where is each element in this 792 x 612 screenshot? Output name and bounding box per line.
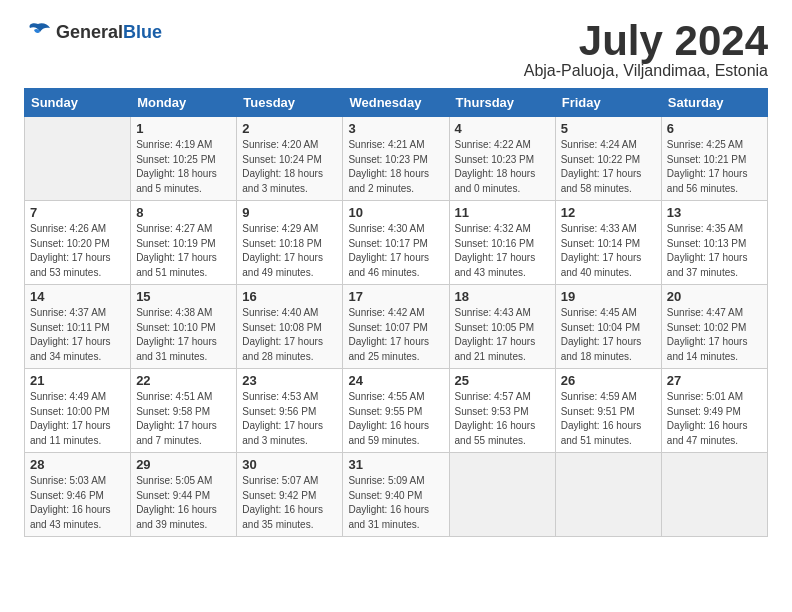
month-title: July 2024: [524, 20, 768, 62]
calendar-cell: 8Sunrise: 4:27 AM Sunset: 10:19 PM Dayli…: [131, 201, 237, 285]
calendar-cell: 23Sunrise: 4:53 AM Sunset: 9:56 PM Dayli…: [237, 369, 343, 453]
calendar-cell: 17Sunrise: 4:42 AM Sunset: 10:07 PM Dayl…: [343, 285, 449, 369]
day-number: 28: [30, 457, 125, 472]
location-subtitle: Abja-Paluoja, Viljandimaa, Estonia: [524, 62, 768, 80]
week-row-3: 14Sunrise: 4:37 AM Sunset: 10:11 PM Dayl…: [25, 285, 768, 369]
calendar-cell: 1Sunrise: 4:19 AM Sunset: 10:25 PM Dayli…: [131, 117, 237, 201]
day-info: Sunrise: 4:24 AM Sunset: 10:22 PM Daylig…: [561, 138, 656, 196]
day-info: Sunrise: 4:38 AM Sunset: 10:10 PM Daylig…: [136, 306, 231, 364]
day-number: 5: [561, 121, 656, 136]
day-info: Sunrise: 4:19 AM Sunset: 10:25 PM Daylig…: [136, 138, 231, 196]
column-header-saturday: Saturday: [661, 89, 767, 117]
day-info: Sunrise: 4:47 AM Sunset: 10:02 PM Daylig…: [667, 306, 762, 364]
day-info: Sunrise: 4:49 AM Sunset: 10:00 PM Daylig…: [30, 390, 125, 448]
header-top: GeneralBlue July 2024 Abja-Paluoja, Vilj…: [24, 20, 768, 80]
day-info: Sunrise: 4:29 AM Sunset: 10:18 PM Daylig…: [242, 222, 337, 280]
day-number: 14: [30, 289, 125, 304]
day-info: Sunrise: 4:53 AM Sunset: 9:56 PM Dayligh…: [242, 390, 337, 448]
day-number: 10: [348, 205, 443, 220]
day-info: Sunrise: 4:32 AM Sunset: 10:16 PM Daylig…: [455, 222, 550, 280]
calendar-cell: [25, 117, 131, 201]
day-info: Sunrise: 4:51 AM Sunset: 9:58 PM Dayligh…: [136, 390, 231, 448]
day-number: 27: [667, 373, 762, 388]
day-info: Sunrise: 5:05 AM Sunset: 9:44 PM Dayligh…: [136, 474, 231, 532]
day-info: Sunrise: 5:09 AM Sunset: 9:40 PM Dayligh…: [348, 474, 443, 532]
calendar-cell: 18Sunrise: 4:43 AM Sunset: 10:05 PM Dayl…: [449, 285, 555, 369]
day-number: 19: [561, 289, 656, 304]
day-number: 13: [667, 205, 762, 220]
week-row-4: 21Sunrise: 4:49 AM Sunset: 10:00 PM Dayl…: [25, 369, 768, 453]
calendar-cell: 16Sunrise: 4:40 AM Sunset: 10:08 PM Dayl…: [237, 285, 343, 369]
day-info: Sunrise: 5:01 AM Sunset: 9:49 PM Dayligh…: [667, 390, 762, 448]
calendar-cell: 21Sunrise: 4:49 AM Sunset: 10:00 PM Dayl…: [25, 369, 131, 453]
calendar-cell: 22Sunrise: 4:51 AM Sunset: 9:58 PM Dayli…: [131, 369, 237, 453]
calendar-table: SundayMondayTuesdayWednesdayThursdayFrid…: [24, 88, 768, 537]
day-number: 11: [455, 205, 550, 220]
calendar-cell: 27Sunrise: 5:01 AM Sunset: 9:49 PM Dayli…: [661, 369, 767, 453]
calendar-cell: 19Sunrise: 4:45 AM Sunset: 10:04 PM Dayl…: [555, 285, 661, 369]
day-number: 17: [348, 289, 443, 304]
calendar-cell: 10Sunrise: 4:30 AM Sunset: 10:17 PM Dayl…: [343, 201, 449, 285]
day-number: 24: [348, 373, 443, 388]
calendar-cell: [661, 453, 767, 537]
day-number: 22: [136, 373, 231, 388]
day-info: Sunrise: 4:40 AM Sunset: 10:08 PM Daylig…: [242, 306, 337, 364]
day-info: Sunrise: 4:42 AM Sunset: 10:07 PM Daylig…: [348, 306, 443, 364]
calendar-cell: 2Sunrise: 4:20 AM Sunset: 10:24 PM Dayli…: [237, 117, 343, 201]
day-info: Sunrise: 4:59 AM Sunset: 9:51 PM Dayligh…: [561, 390, 656, 448]
day-number: 30: [242, 457, 337, 472]
day-number: 26: [561, 373, 656, 388]
logo-text: GeneralBlue: [56, 24, 162, 41]
day-number: 18: [455, 289, 550, 304]
day-number: 1: [136, 121, 231, 136]
day-info: Sunrise: 5:07 AM Sunset: 9:42 PM Dayligh…: [242, 474, 337, 532]
calendar-cell: 3Sunrise: 4:21 AM Sunset: 10:23 PM Dayli…: [343, 117, 449, 201]
day-number: 12: [561, 205, 656, 220]
day-number: 2: [242, 121, 337, 136]
calendar-cell: 14Sunrise: 4:37 AM Sunset: 10:11 PM Dayl…: [25, 285, 131, 369]
day-number: 15: [136, 289, 231, 304]
calendar-cell: 12Sunrise: 4:33 AM Sunset: 10:14 PM Dayl…: [555, 201, 661, 285]
calendar-cell: 26Sunrise: 4:59 AM Sunset: 9:51 PM Dayli…: [555, 369, 661, 453]
day-number: 23: [242, 373, 337, 388]
day-info: Sunrise: 4:26 AM Sunset: 10:20 PM Daylig…: [30, 222, 125, 280]
calendar-cell: 31Sunrise: 5:09 AM Sunset: 9:40 PM Dayli…: [343, 453, 449, 537]
day-number: 20: [667, 289, 762, 304]
day-number: 8: [136, 205, 231, 220]
day-info: Sunrise: 4:20 AM Sunset: 10:24 PM Daylig…: [242, 138, 337, 196]
calendar-cell: 11Sunrise: 4:32 AM Sunset: 10:16 PM Dayl…: [449, 201, 555, 285]
calendar-cell: 25Sunrise: 4:57 AM Sunset: 9:53 PM Dayli…: [449, 369, 555, 453]
logo: GeneralBlue: [24, 20, 162, 44]
week-row-5: 28Sunrise: 5:03 AM Sunset: 9:46 PM Dayli…: [25, 453, 768, 537]
calendar-cell: [555, 453, 661, 537]
day-info: Sunrise: 4:55 AM Sunset: 9:55 PM Dayligh…: [348, 390, 443, 448]
column-header-friday: Friday: [555, 89, 661, 117]
day-info: Sunrise: 4:27 AM Sunset: 10:19 PM Daylig…: [136, 222, 231, 280]
day-number: 16: [242, 289, 337, 304]
calendar-cell: 13Sunrise: 4:35 AM Sunset: 10:13 PM Dayl…: [661, 201, 767, 285]
title-block: July 2024 Abja-Paluoja, Viljandimaa, Est…: [524, 20, 768, 80]
calendar-header-row: SundayMondayTuesdayWednesdayThursdayFrid…: [25, 89, 768, 117]
column-header-wednesday: Wednesday: [343, 89, 449, 117]
day-info: Sunrise: 4:22 AM Sunset: 10:23 PM Daylig…: [455, 138, 550, 196]
column-header-sunday: Sunday: [25, 89, 131, 117]
calendar-cell: 9Sunrise: 4:29 AM Sunset: 10:18 PM Dayli…: [237, 201, 343, 285]
calendar-cell: 4Sunrise: 4:22 AM Sunset: 10:23 PM Dayli…: [449, 117, 555, 201]
day-number: 4: [455, 121, 550, 136]
calendar-cell: 7Sunrise: 4:26 AM Sunset: 10:20 PM Dayli…: [25, 201, 131, 285]
calendar-cell: 5Sunrise: 4:24 AM Sunset: 10:22 PM Dayli…: [555, 117, 661, 201]
day-info: Sunrise: 4:30 AM Sunset: 10:17 PM Daylig…: [348, 222, 443, 280]
day-number: 29: [136, 457, 231, 472]
day-info: Sunrise: 5:03 AM Sunset: 9:46 PM Dayligh…: [30, 474, 125, 532]
day-number: 31: [348, 457, 443, 472]
day-info: Sunrise: 4:33 AM Sunset: 10:14 PM Daylig…: [561, 222, 656, 280]
column-header-thursday: Thursday: [449, 89, 555, 117]
calendar-cell: 15Sunrise: 4:38 AM Sunset: 10:10 PM Dayl…: [131, 285, 237, 369]
calendar-cell: [449, 453, 555, 537]
calendar-cell: 20Sunrise: 4:47 AM Sunset: 10:02 PM Dayl…: [661, 285, 767, 369]
calendar-cell: 24Sunrise: 4:55 AM Sunset: 9:55 PM Dayli…: [343, 369, 449, 453]
calendar-cell: 29Sunrise: 5:05 AM Sunset: 9:44 PM Dayli…: [131, 453, 237, 537]
column-header-monday: Monday: [131, 89, 237, 117]
day-info: Sunrise: 4:21 AM Sunset: 10:23 PM Daylig…: [348, 138, 443, 196]
day-info: Sunrise: 4:45 AM Sunset: 10:04 PM Daylig…: [561, 306, 656, 364]
